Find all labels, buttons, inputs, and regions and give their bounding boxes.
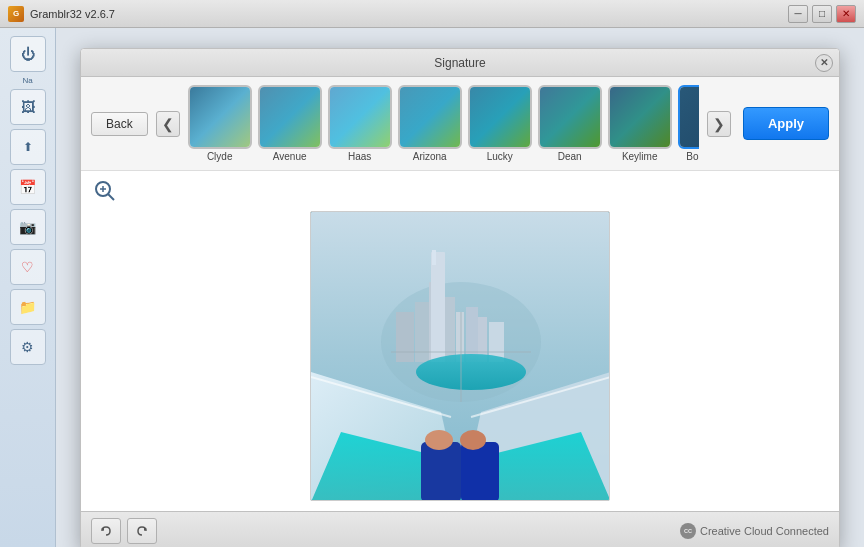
minimize-button[interactable]: ─ bbox=[788, 5, 808, 23]
filter-item-avenue[interactable]: Avenue bbox=[258, 85, 322, 162]
filter-item-arizona[interactable]: Arizona bbox=[398, 85, 462, 162]
filter-item-haas[interactable]: Haas bbox=[328, 85, 392, 162]
creative-cloud-icon: cc bbox=[680, 523, 696, 539]
sidebar-item-folder[interactable]: 📁 bbox=[10, 289, 46, 325]
filter-item-boardwalk[interactable]: Boardwalk bbox=[678, 85, 699, 162]
filter-label-boardwalk: Boardwalk bbox=[686, 151, 699, 162]
main-image bbox=[310, 211, 610, 501]
svg-rect-14 bbox=[431, 252, 445, 362]
zoom-bar bbox=[81, 171, 839, 211]
svg-line-1 bbox=[108, 194, 114, 200]
undo-icon bbox=[99, 524, 113, 538]
undo-button[interactable] bbox=[91, 518, 121, 544]
maximize-button[interactable]: □ bbox=[812, 5, 832, 23]
sidebar-item-photo[interactable]: 📷 bbox=[10, 209, 46, 245]
content-area: Signature ✕ Back ❮ Clyde bbox=[56, 28, 864, 547]
dialog-title: Signature bbox=[434, 56, 485, 70]
next-arrow-button[interactable]: ❯ bbox=[707, 111, 731, 137]
svg-rect-8 bbox=[415, 302, 429, 362]
dialog-titlebar: Signature ✕ bbox=[81, 49, 839, 77]
svg-point-25 bbox=[460, 430, 486, 450]
cc-status-label: Creative Cloud Connected bbox=[700, 525, 829, 537]
sidebar-item-heart[interactable]: ♡ bbox=[10, 249, 46, 285]
filter-thumb-dean bbox=[538, 85, 602, 149]
dialog-close-button[interactable]: ✕ bbox=[815, 54, 833, 72]
filter-item-keylime[interactable]: Keylime bbox=[608, 85, 672, 162]
filter-item-dean[interactable]: Dean bbox=[538, 85, 602, 162]
filter-item-lucky[interactable]: Lucky bbox=[468, 85, 532, 162]
filter-thumb-avenue bbox=[258, 85, 322, 149]
app-title: Gramblr32 v2.6.7 bbox=[30, 8, 788, 20]
close-button[interactable]: ✕ bbox=[836, 5, 856, 23]
prev-arrow-button[interactable]: ❮ bbox=[156, 111, 180, 137]
signature-dialog: Signature ✕ Back ❮ Clyde bbox=[80, 48, 840, 547]
redo-button[interactable] bbox=[127, 518, 157, 544]
app-icon: G bbox=[8, 6, 24, 22]
svg-rect-12 bbox=[396, 312, 414, 362]
sidebar-item-power[interactable]: ⏻ bbox=[10, 36, 46, 72]
sidebar: ⏻ Na 🖼 ⬆ 📅 📷 ♡ 📁 ⚙ bbox=[0, 28, 56, 547]
main-window: ⏻ Na 🖼 ⬆ 📅 📷 ♡ 📁 ⚙ Signature ✕ Back ❮ bbox=[0, 28, 864, 547]
scene-svg bbox=[311, 212, 609, 500]
zoom-icon[interactable] bbox=[91, 177, 119, 205]
filter-label-keylime: Keylime bbox=[622, 151, 658, 162]
svg-point-16 bbox=[416, 354, 526, 390]
filter-thumb-arizona bbox=[398, 85, 462, 149]
filter-strip: Back ❮ Clyde bbox=[81, 77, 839, 171]
filter-thumb-clyde bbox=[188, 85, 252, 149]
filter-label-haas: Haas bbox=[348, 151, 371, 162]
sidebar-item-settings[interactable]: ⚙ bbox=[10, 329, 46, 365]
apply-button[interactable]: Apply bbox=[743, 107, 829, 140]
redo-icon bbox=[135, 524, 149, 538]
filter-thumb-keylime bbox=[608, 85, 672, 149]
filter-item-clyde[interactable]: Clyde bbox=[188, 85, 252, 162]
sidebar-item-images[interactable]: 🖼 bbox=[10, 89, 46, 125]
filter-thumb-boardwalk bbox=[678, 85, 699, 149]
sidebar-label-na: Na bbox=[22, 76, 32, 85]
sidebar-item-calendar[interactable]: 📅 bbox=[10, 169, 46, 205]
svg-rect-15 bbox=[432, 250, 436, 265]
filter-thumb-haas bbox=[328, 85, 392, 149]
back-button[interactable]: Back bbox=[91, 112, 148, 136]
svg-rect-22 bbox=[421, 442, 461, 500]
window-controls: ─ □ ✕ bbox=[788, 5, 856, 23]
filter-label-lucky: Lucky bbox=[487, 151, 513, 162]
dialog-overlay: Signature ✕ Back ❮ Clyde bbox=[56, 28, 864, 547]
bottom-toolbar: cc Creative Cloud Connected bbox=[81, 511, 839, 547]
filter-label-dean: Dean bbox=[558, 151, 582, 162]
filters-scroll: Clyde Avenue Haas bbox=[188, 85, 699, 162]
sidebar-item-upload[interactable]: ⬆ bbox=[10, 129, 46, 165]
cc-status: cc Creative Cloud Connected bbox=[680, 523, 829, 539]
filter-label-avenue: Avenue bbox=[273, 151, 307, 162]
svg-rect-23 bbox=[461, 442, 499, 500]
svg-point-24 bbox=[425, 430, 453, 450]
zoom-svg bbox=[94, 180, 116, 202]
filter-label-clyde: Clyde bbox=[207, 151, 233, 162]
filter-label-arizona: Arizona bbox=[413, 151, 447, 162]
title-bar: G Gramblr32 v2.6.7 ─ □ ✕ bbox=[0, 0, 864, 28]
img-scene bbox=[311, 212, 609, 500]
filter-thumb-lucky bbox=[468, 85, 532, 149]
image-area bbox=[81, 211, 839, 511]
svg-rect-10 bbox=[466, 307, 478, 362]
